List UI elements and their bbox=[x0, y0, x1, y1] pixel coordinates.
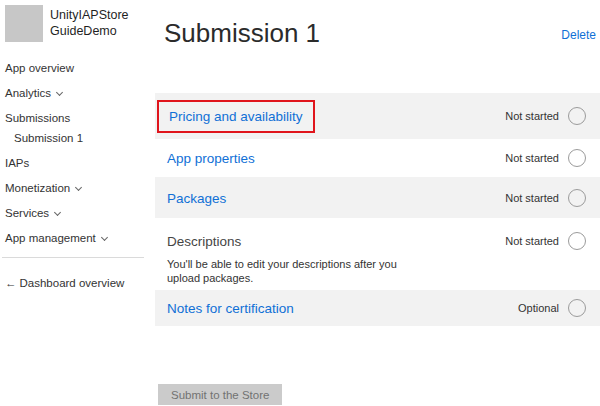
status-label: Not started bbox=[505, 110, 559, 122]
checklist-row-app-properties: App propertiesNot started bbox=[155, 139, 600, 177]
chevron-down-icon bbox=[56, 89, 63, 96]
status-circle-icon bbox=[568, 107, 586, 125]
checklist-row-pricing-and-availability: Pricing and availabilityNot started bbox=[155, 93, 600, 139]
sidebar-item-submission-1[interactable]: Submission 1 bbox=[0, 132, 150, 146]
section-title-descriptions: Descriptions bbox=[167, 234, 241, 249]
sidebar-item-app-overview[interactable]: App overview bbox=[0, 62, 150, 76]
section-link-pricing-and-availability[interactable]: Pricing and availability bbox=[169, 109, 303, 124]
submission-checklist: Pricing and availabilityNot startedApp p… bbox=[155, 93, 600, 326]
sidebar-item-label: App overview bbox=[5, 62, 74, 74]
app-header: UnityIAPStore GuideDemo bbox=[0, 0, 150, 42]
page-title: Submission 1 bbox=[164, 18, 320, 49]
status: Optional bbox=[518, 299, 600, 317]
status-label: Not started bbox=[505, 192, 559, 204]
sidebar-item-iaps[interactable]: IAPs bbox=[0, 157, 150, 171]
submit-to-store-button[interactable]: Submit to the Store bbox=[158, 384, 282, 405]
status-label: Not started bbox=[505, 235, 559, 247]
sidebar-item-label: Analytics bbox=[5, 87, 51, 99]
app-icon bbox=[5, 5, 43, 42]
status-label: Not started bbox=[505, 152, 559, 164]
sidebar-item-app-management[interactable]: App management bbox=[0, 232, 150, 246]
highlight-box: Pricing and availability bbox=[157, 100, 315, 133]
section-link-notes-for-certification[interactable]: Notes for certification bbox=[167, 301, 294, 316]
status: Not started bbox=[505, 149, 600, 167]
status-circle-icon bbox=[568, 299, 586, 317]
status-circle-icon bbox=[568, 149, 586, 167]
checklist-row-descriptions: DescriptionsYou'll be able to edit your … bbox=[155, 218, 600, 290]
sidebar-item-monetization[interactable]: Monetization bbox=[0, 182, 150, 196]
sidebar-item-services[interactable]: Services bbox=[0, 207, 150, 221]
sidebar-item-label: App management bbox=[5, 232, 96, 244]
sidebar: UnityIAPStore GuideDemo App overviewAnal… bbox=[0, 0, 150, 406]
status-circle-icon bbox=[568, 189, 586, 207]
section-description: You'll be able to edit your descriptions… bbox=[167, 257, 429, 285]
status: Not started bbox=[505, 232, 600, 250]
chevron-down-icon bbox=[54, 209, 61, 216]
status-label: Optional bbox=[518, 302, 559, 314]
chevron-down-icon bbox=[101, 234, 108, 241]
checklist-row-notes-for-certification: Notes for certificationOptional bbox=[155, 290, 600, 326]
delete-link[interactable]: Delete bbox=[561, 28, 596, 42]
sidebar-item-submissions[interactable]: Submissions bbox=[0, 112, 150, 126]
sidebar-divider bbox=[2, 257, 144, 258]
app-title: UnityIAPStore GuideDemo bbox=[50, 5, 142, 42]
sidebar-item-label: Submission 1 bbox=[14, 132, 83, 144]
sidebar-item-analytics[interactable]: Analytics bbox=[0, 87, 150, 101]
sidebar-item-label: IAPs bbox=[5, 157, 29, 169]
dashboard-overview-label: Dashboard overview bbox=[20, 277, 125, 289]
section-link-app-properties[interactable]: App properties bbox=[167, 151, 255, 166]
dashboard-overview-link[interactable]: ←Dashboard overview bbox=[5, 277, 124, 289]
sidebar-item-label: Monetization bbox=[5, 182, 70, 194]
chevron-down-icon bbox=[75, 184, 82, 191]
sidebar-nav: App overviewAnalyticsSubmissionsSubmissi… bbox=[0, 62, 150, 246]
sidebar-item-label: Submissions bbox=[5, 112, 70, 124]
status-circle-icon bbox=[568, 232, 586, 250]
section-link-packages[interactable]: Packages bbox=[167, 191, 226, 206]
back-arrow-icon: ← bbox=[5, 277, 17, 289]
status: Not started bbox=[505, 189, 600, 207]
status: Not started bbox=[505, 107, 600, 125]
sidebar-item-label: Services bbox=[5, 207, 49, 219]
checklist-row-packages: PackagesNot started bbox=[155, 177, 600, 218]
